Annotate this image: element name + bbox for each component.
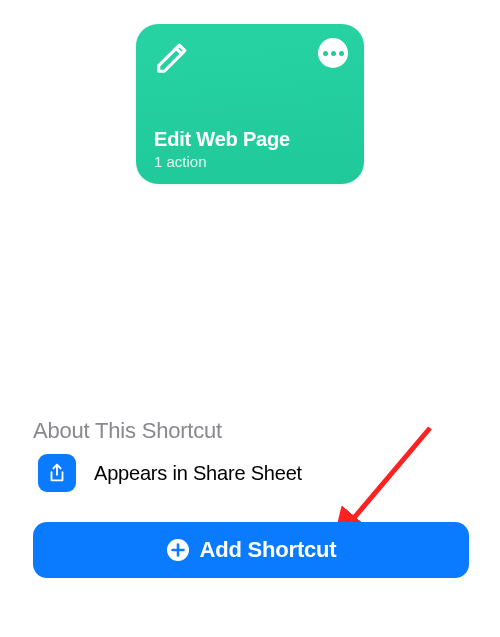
share-sheet-row[interactable]: Appears in Share Sheet [38, 454, 302, 492]
add-shortcut-button[interactable]: Add Shortcut [33, 522, 469, 578]
add-shortcut-label: Add Shortcut [200, 537, 337, 563]
section-header: About This Shortcut [33, 418, 222, 444]
share-icon [38, 454, 76, 492]
more-button[interactable] [318, 38, 348, 68]
share-sheet-label: Appears in Share Sheet [94, 462, 302, 485]
shortcut-subtitle: 1 action [154, 153, 348, 170]
tile-top-row [154, 38, 348, 76]
tile-text: Edit Web Page 1 action [154, 128, 348, 170]
plus-circle-icon [166, 538, 190, 562]
shortcut-title: Edit Web Page [154, 128, 348, 151]
pencil-icon [154, 38, 192, 76]
ellipsis-icon [323, 51, 344, 56]
shortcut-tile[interactable]: Edit Web Page 1 action [136, 24, 364, 184]
